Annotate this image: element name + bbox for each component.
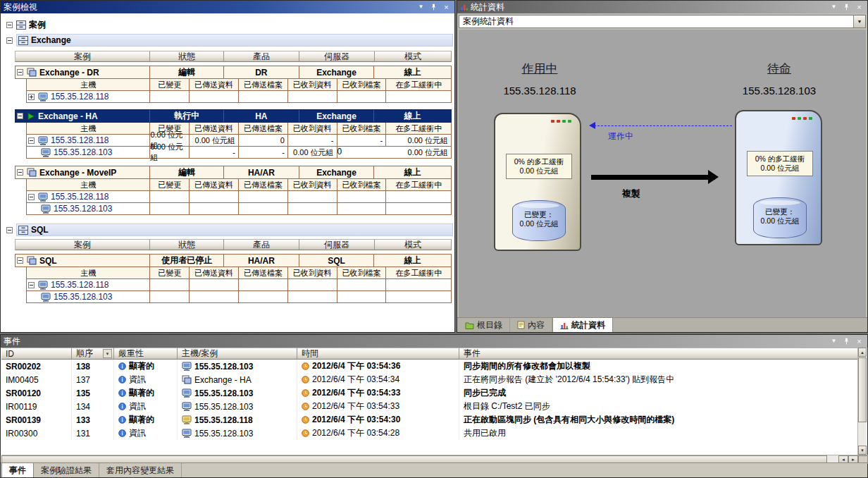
column-header-product[interactable]: 產品 — [224, 239, 299, 250]
column-header-received-files[interactable]: 已收到檔案 — [337, 79, 387, 90]
scenario-row-exchange-moveip[interactable]: Exchange - MoveIP 編輯 HA/AR Exchange 線上 — [15, 166, 452, 179]
tab-properties[interactable]: 內容 — [510, 318, 552, 332]
expand-icon[interactable] — [28, 94, 35, 100]
scrollbar-thumb[interactable] — [858, 357, 867, 422]
chevron-down-icon[interactable]: ▼ — [829, 336, 839, 346]
column-header-received-files[interactable]: 已收到檔案 — [337, 123, 387, 134]
pin-icon[interactable] — [841, 336, 852, 346]
column-header-received-data[interactable]: 已收到資料 — [288, 179, 337, 190]
column-header-event[interactable]: 事件 — [459, 348, 858, 360]
column-header-host[interactable]: 主機 — [27, 123, 150, 134]
collapse-icon[interactable] — [17, 169, 23, 176]
column-header-received-data[interactable]: 已收到資料 — [288, 79, 337, 90]
host-row[interactable]: 155.35.128.103 0.00 位元組 - - 0.00 位元組 0 0… — [26, 147, 452, 159]
column-header-changed[interactable]: 已變更 — [150, 79, 190, 90]
collapse-icon[interactable] — [17, 113, 23, 119]
pin-icon[interactable] — [428, 2, 439, 12]
chevron-down-icon[interactable]: ▼ — [416, 2, 426, 12]
tab-scenario-validation-results[interactable]: 案例驗證結果 — [34, 463, 99, 477]
event-row[interactable]: IR00119 134 資訊 155.35.128.103 2012/6/4 下… — [1, 400, 858, 413]
event-row[interactable]: IM00405 137 資訊 Exchange - HA 2012/6/4 下午… — [1, 373, 858, 386]
column-header-mode[interactable]: 模式 — [375, 51, 452, 62]
combo-dropdown-button[interactable]: ▼ — [853, 16, 865, 27]
column-header-received-files[interactable]: 已收到檔案 — [337, 267, 387, 278]
event-row[interactable]: IR00300 131 資訊 155.35.128.103 2012/6/4 下… — [1, 427, 858, 440]
scroll-up-icon[interactable]: ▲ — [858, 348, 867, 357]
scroll-down-icon[interactable]: ▼ — [858, 446, 867, 455]
column-header-severity[interactable]: 嚴重性 — [114, 348, 178, 360]
column-header-sent-data[interactable]: 已傳送資料 — [190, 179, 239, 190]
event-host: Exchange - HA — [178, 373, 297, 386]
column-header-changed[interactable]: 已變更 — [150, 267, 190, 278]
tab-apply-property-changes-results[interactable]: 套用內容變更結果 — [99, 463, 182, 477]
column-header-time[interactable]: 時間 — [297, 348, 459, 360]
tab-statistics[interactable]: 統計資料 — [552, 318, 613, 332]
column-header-in-spool[interactable]: 在多工緩衝中 — [386, 267, 451, 278]
tab-root-directories[interactable]: 根目錄 — [458, 318, 510, 332]
sort-filter-icon[interactable]: ▼ — [103, 349, 112, 358]
column-header-sent-data[interactable]: 已傳送資料 — [190, 79, 239, 90]
statistics-combo[interactable]: 案例統計資料 ▼ — [459, 15, 866, 28]
collapse-icon[interactable] — [28, 282, 35, 288]
host-row[interactable]: 155.35.128.118 — [26, 91, 452, 103]
tree-group-sql[interactable]: SQL — [1, 223, 454, 236]
scenario-row-exchange-ha[interactable]: Exchange - HA 執行中 HA Exchange 線上 — [15, 109, 452, 123]
collapse-icon[interactable] — [17, 257, 23, 264]
column-header-product[interactable]: 產品 — [224, 51, 299, 62]
column-header-sent-data[interactable]: 已傳送資料 — [190, 267, 239, 278]
collapse-icon[interactable] — [6, 227, 13, 233]
host-row[interactable]: 155.35.128.118 — [26, 191, 452, 203]
column-header-changed[interactable]: 已變更 — [150, 179, 190, 190]
scenario-view-titlebar[interactable]: 案例檢視 ▼ × — [1, 1, 454, 13]
collapse-icon[interactable] — [28, 194, 35, 200]
collapse-icon[interactable] — [28, 137, 35, 144]
host-row[interactable]: 155.35.128.118 — [26, 279, 452, 291]
column-header-received-data[interactable]: 已收到資料 — [288, 267, 337, 278]
event-row[interactable]: SR00139 133 顯著的 155.35.128.118 2012/6/4 … — [1, 413, 858, 427]
events-vertical-scrollbar[interactable]: ▲ ▼ — [857, 348, 867, 455]
column-header-mode[interactable]: 模式 — [375, 239, 452, 250]
column-header-in-spool[interactable]: 在多工緩衝中 — [386, 79, 451, 90]
event-row[interactable]: SR00120 135 顯著的 155.35.128.103 2012/6/4 … — [1, 386, 858, 400]
collapse-icon[interactable] — [17, 69, 23, 75]
column-header-server[interactable]: 伺服器 — [299, 51, 375, 62]
column-header-sent-data[interactable]: 已傳送資料 — [190, 123, 239, 134]
collapse-icon[interactable] — [6, 37, 13, 44]
column-header-server[interactable]: 伺服器 — [299, 239, 375, 250]
column-header-host[interactable]: 主機 — [27, 79, 150, 90]
tree-group-exchange[interactable]: Exchange — [1, 34, 454, 47]
column-header-state[interactable]: 狀態 — [150, 239, 224, 250]
column-header-host[interactable]: 主機 — [27, 267, 150, 278]
host-row[interactable]: 155.35.128.103 — [26, 203, 452, 215]
column-header-sent-files[interactable]: 已傳送檔案 — [239, 79, 288, 90]
statistics-titlebar[interactable]: 統計資料 ▼ × — [457, 1, 867, 13]
events-titlebar[interactable]: 事件 ▼ × — [1, 335, 867, 348]
tree-root-scenarios[interactable]: 案例 — [1, 18, 454, 31]
event-row[interactable]: SR00202 138 顯著的 155.35.128.103 2012/6/4 … — [1, 360, 858, 373]
column-header-host[interactable]: 主機 — [27, 179, 150, 190]
column-header-in-spool[interactable]: 在多工緩衝中 — [386, 179, 451, 190]
column-header-in-spool[interactable]: 在多工緩衝中 — [386, 123, 451, 134]
pin-icon[interactable] — [841, 2, 852, 12]
column-header-sent-files[interactable]: 已傳送檔案 — [239, 179, 288, 190]
host-row[interactable]: 155.35.128.118 0.00 位元組 0.00 位元組 0 - - 0… — [26, 135, 452, 147]
column-header-sent-files[interactable]: 已傳送檔案 — [239, 267, 288, 278]
column-header-state[interactable]: 狀態 — [150, 51, 224, 62]
column-header-received-files[interactable]: 已收到檔案 — [337, 179, 387, 190]
collapse-icon[interactable] — [6, 22, 13, 28]
chevron-down-icon[interactable]: ▼ — [829, 2, 839, 12]
column-header-scenario[interactable]: 案例 — [15, 239, 150, 250]
close-icon[interactable]: × — [854, 336, 864, 346]
column-header-received-data[interactable]: 已收到資料 — [288, 123, 337, 134]
tab-events[interactable]: 事件 — [1, 463, 34, 477]
column-header-id[interactable]: ID — [1, 348, 72, 360]
column-header-host-scenario[interactable]: 主機/案例 — [178, 348, 297, 360]
scenario-row-sql[interactable]: SQL 使用者已停止 HA/AR SQL 線上 — [15, 254, 452, 267]
column-header-sent-files[interactable]: 已傳送檔案 — [239, 123, 288, 134]
host-row[interactable]: 155.35.128.103 — [26, 291, 452, 303]
close-icon[interactable]: × — [854, 2, 864, 12]
column-header-sequence[interactable]: 順序 ▼ — [72, 348, 114, 360]
column-header-scenario[interactable]: 案例 — [15, 51, 150, 62]
scenario-row-exchange-dr[interactable]: Exchange - DR 編輯 DR Exchange 線上 — [15, 66, 452, 79]
close-icon[interactable]: × — [441, 2, 452, 12]
